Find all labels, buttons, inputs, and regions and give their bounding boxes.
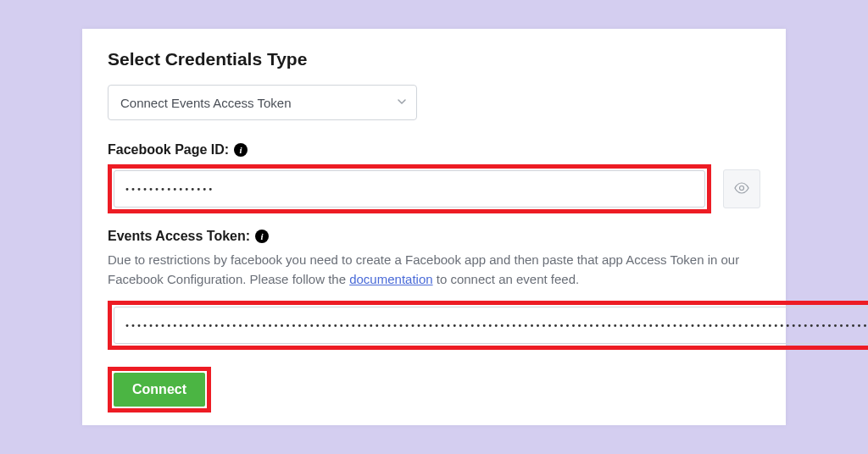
access-token-input[interactable]: ••••••••••••••••••••••••••••••••••••••••… (114, 307, 868, 344)
page-id-highlight: ••••••••••••••• (108, 164, 711, 213)
access-token-label: Events Access Token: (108, 229, 250, 244)
page-id-input[interactable]: ••••••••••••••• (114, 170, 705, 208)
credentials-type-select-wrapper: Connect Events Access Token (108, 85, 417, 120)
page-id-input-row: ••••••••••••••• (108, 164, 760, 213)
access-token-help: Due to restrictions by facebook you need… (108, 251, 760, 289)
access-token-highlight: ••••••••••••••••••••••••••••••••••••••••… (108, 301, 868, 350)
documentation-link[interactable]: documentation (349, 272, 432, 286)
eye-icon (733, 180, 750, 199)
credentials-type-select[interactable]: Connect Events Access Token (108, 85, 417, 120)
connect-button[interactable]: Connect (114, 373, 205, 407)
info-icon[interactable]: i (255, 230, 269, 243)
help-suffix: to connect an event feed. (433, 272, 580, 286)
access-token-label-row: Events Access Token: i (108, 229, 760, 244)
info-icon[interactable]: i (234, 143, 248, 157)
access-token-input-row: ••••••••••••••••••••••••••••••••••••••••… (108, 301, 760, 350)
credentials-panel: Select Credentials Type Connect Events A… (82, 29, 786, 425)
panel-title: Select Credentials Type (108, 49, 760, 69)
connect-highlight: Connect (108, 367, 211, 412)
page-id-label-row: Facebook Page ID: i (108, 142, 760, 158)
svg-point-2 (740, 185, 744, 190)
page-id-label: Facebook Page ID: (108, 142, 229, 158)
reveal-page-id-button[interactable] (723, 169, 760, 208)
